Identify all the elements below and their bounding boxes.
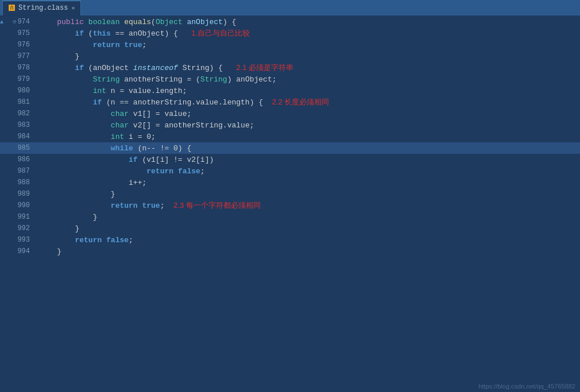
line-row: 994 } (0, 246, 580, 257)
line-row: 987 return false; (0, 165, 580, 177)
line-number-text: 986 (17, 156, 30, 164)
code-segment: public (57, 18, 88, 26)
line-row: 976 return true; (0, 39, 580, 51)
code-segment (39, 52, 75, 61)
code-segment: i = 0; (129, 133, 156, 141)
line-row: 986 if (v1[i] != v2[i]) (0, 154, 580, 165)
code-segment: Object (156, 18, 187, 26)
line-number: 988 (0, 177, 34, 188)
line-row: 982 char v1[] = value; (0, 108, 580, 119)
fold-marker-icon[interactable]: ⊖ (13, 18, 16, 25)
line-number: 982 (0, 108, 34, 119)
code-segment: false (178, 167, 200, 176)
line-number: 992 (0, 223, 34, 234)
code-segment: return (111, 201, 142, 210)
code-segment (39, 156, 129, 164)
line-row: 988 i++; (0, 177, 580, 188)
lines-container: ▲⊖974 public boolean equals(Object anObj… (0, 16, 580, 257)
code-segment (39, 133, 111, 141)
line-number-text: 975 (17, 29, 30, 37)
line-number-text: 977 (17, 52, 30, 60)
line-row: 990 return true; 2.3 每一个字符都必须相同 (0, 200, 580, 211)
line-number: 986 (0, 154, 34, 165)
code-segment: 1.自己与自己比较 (191, 28, 250, 38)
line-content: } (34, 211, 580, 223)
line-number: 994 (0, 246, 34, 257)
code-segment: String) { (183, 64, 237, 72)
code-segment: ; (129, 236, 133, 244)
code-area: ▲⊖974 public boolean equals(Object anObj… (0, 16, 580, 392)
code-segment: if (129, 156, 142, 164)
line-number-text: 988 (17, 178, 30, 187)
line-content: } (34, 223, 580, 234)
code-segment: return (93, 41, 125, 49)
code-segment: return (75, 236, 106, 244)
line-row: 981 if (n == anotherString.value.length)… (0, 96, 580, 108)
code-segment: 2.1 必须是字符串 (236, 63, 293, 73)
line-row: 975 if (this == anObject) { 1.自己与自己比较 (0, 28, 580, 39)
line-number-text: 987 (17, 167, 30, 175)
code-segment: char (111, 121, 133, 130)
line-number: 975 (0, 28, 34, 39)
line-number-text: 994 (17, 247, 30, 255)
line-content: return false; (34, 234, 580, 246)
line-number-text: 980 (17, 87, 30, 95)
line-content: int n = value.length; (34, 85, 580, 96)
line-number-text: 976 (17, 41, 30, 49)
line-content: int i = 0; (34, 131, 580, 142)
code-segment: } (75, 52, 79, 61)
code-segment: } (57, 247, 61, 256)
code-segment (39, 201, 111, 210)
code-segment (39, 64, 75, 72)
line-content: if (anObject instanceof String) { 2.1 必须… (34, 62, 580, 73)
code-segment (39, 98, 93, 107)
code-segment: ; (142, 41, 146, 49)
line-row: 980 int n = value.length; (0, 85, 580, 96)
code-segment: return (146, 167, 178, 176)
line-content: return true; 2.3 每一个字符都必须相同 (34, 200, 580, 211)
code-segment: (v1[i] != v2[i]) (142, 156, 214, 164)
code-segment: char (111, 110, 133, 118)
code-segment: (n == anotherString.value.length) { (106, 98, 272, 107)
file-tab[interactable]: 🅰 String.class ✕ (2, 1, 81, 15)
line-content: i++; (34, 177, 580, 188)
line-content: return false; (34, 165, 580, 177)
code-segment (39, 87, 93, 95)
code-segment (39, 121, 111, 130)
code-segment: true (124, 41, 142, 49)
line-content: String anotherString = (String) anObject… (34, 73, 580, 85)
code-segment (39, 29, 75, 38)
watermark: https://blog.csdn.net/qq_45765882 (478, 383, 575, 390)
code-segment: ; (200, 167, 205, 176)
line-number: ▲⊖974 (0, 16, 34, 28)
line-number: 989 (0, 188, 34, 200)
code-segment (39, 110, 111, 118)
line-row: 992 } (0, 223, 580, 234)
code-segment: i++; (129, 178, 146, 187)
tab-bar: 🅰 String.class ✕ (0, 0, 580, 16)
code-segment (39, 18, 57, 26)
code-segment: int (111, 133, 129, 141)
line-number: 976 (0, 39, 34, 51)
code-segment: n = value.length; (111, 87, 187, 95)
code-segment: equals (124, 18, 151, 26)
code-segment (39, 236, 75, 244)
line-number-text: 992 (17, 224, 30, 232)
line-row: 983 char v2[] = anotherString.value; (0, 119, 580, 131)
code-segment: while (111, 144, 138, 153)
code-segment: } (111, 190, 115, 199)
tab-close-button[interactable]: ✕ (71, 5, 75, 11)
line-row: 984 int i = 0; (0, 131, 580, 142)
code-segment (39, 213, 93, 222)
code-segment: v2[] = anotherString.value; (133, 121, 254, 130)
code-segment: boolean (88, 18, 124, 26)
line-row: 979 String anotherString = (String) anOb… (0, 73, 580, 85)
line-row: 977 } (0, 51, 580, 62)
line-number-text: 990 (17, 201, 30, 209)
code-segment (39, 144, 111, 153)
line-content: public boolean equals(Object anObject) { (34, 16, 580, 28)
code-segment: (anObject (88, 64, 133, 72)
code-segment: } (93, 213, 98, 222)
file-icon: 🅰 (9, 5, 15, 12)
code-segment: ) { (223, 18, 236, 26)
